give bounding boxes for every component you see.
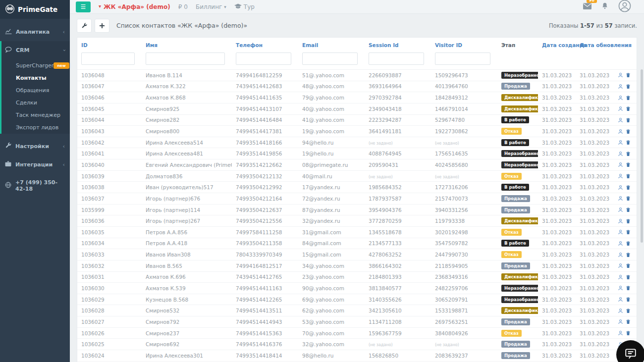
column-header-6[interactable]: Visitor ID [431,41,497,49]
person-icon[interactable] [618,207,623,212]
trash-icon[interactable] [626,173,631,179]
sidebar-item-settings[interactable]: Настройки ‹ [0,137,70,155]
table-row[interactable]: 1036045Смирнов9257499451441310740@.yahoo… [77,103,637,115]
filter-input-2[interactable] [146,52,225,65]
trash-icon[interactable] [626,241,631,246]
trash-icon[interactable] [626,140,631,145]
trash-icon[interactable] [626,285,631,291]
filter-input-4[interactable] [302,52,358,65]
bell-icon[interactable] [601,2,608,11]
sidebar-item-phone[interactable]: +7 (499) 350-42-18 [0,174,70,198]
sidebar-item-analytics[interactable]: Аналитика ‹ [0,23,70,41]
sidebar-item-integrations[interactable]: Интеграции ‹ [0,155,70,174]
filter-input-5[interactable] [369,52,424,65]
user-avatar[interactable] [618,0,631,14]
person-icon[interactable] [618,308,623,313]
column-header-8[interactable]: Дата создания [538,41,576,49]
table-row[interactable]: 1036046Ахматов К.8687499451441163579@.ya… [77,92,637,103]
sidebar-item-deals[interactable]: Сделки [1,97,70,109]
trash-icon[interactable] [626,72,631,78]
trash-icon[interactable] [626,297,631,302]
trash-icon[interactable] [626,274,631,280]
sidebar-item-lead-export[interactable]: Экспорт лидов [1,121,70,134]
table-row[interactable]: 1036039Долматов8367499350421213240@mail.… [77,171,637,182]
table-row[interactable]: 1036028Смирнов5327499451441351162@.yahoo… [77,305,637,316]
column-header-3[interactable]: Телефон [232,41,298,49]
person-icon[interactable] [618,319,623,324]
person-icon[interactable] [618,218,623,224]
vertical-scrollbar[interactable] [641,69,643,243]
person-icon[interactable] [618,129,623,134]
table-row[interactable]: 1036041Ирина Алексеева481749935144198561… [77,148,637,159]
person-icon[interactable] [618,330,623,336]
person-icon[interactable] [618,95,623,101]
person-icon[interactable] [618,274,623,280]
mail-button[interactable]: 98 [583,2,591,11]
sidebar-item-contacts[interactable]: Контакты [1,72,70,84]
filter-input-3[interactable] [236,52,291,65]
trash-icon[interactable] [626,84,631,89]
person-icon[interactable] [618,252,623,258]
table-row[interactable]: 1036042Ирина Алексеева514749935144181669… [77,137,637,149]
column-header-4[interactable]: Email [298,41,365,49]
table-row[interactable]: 1036043Смирнов8007499451441738119@.yahoo… [77,126,637,137]
trash-icon[interactable] [626,95,631,101]
column-header-2[interactable]: Имя [142,41,232,49]
table-row[interactable]: 1036035Петров А.А.8567499758411125831@gm… [77,227,637,238]
person-icon[interactable] [618,196,623,201]
trash-icon[interactable] [626,151,631,156]
sidebar-item-task-manager[interactable]: Таск менеджер [1,109,70,121]
table-row[interactable]: 1036025Смирнов6927499451441637632@.yahoo… [77,339,637,350]
person-icon[interactable] [618,84,623,89]
person-icon[interactable] [618,117,623,123]
trash-icon[interactable] [626,252,631,258]
add-contact-button[interactable] [95,19,109,33]
person-icon[interactable] [618,241,623,246]
trash-icon[interactable] [626,185,631,190]
table-row[interactable]: 1036038Иван (руководитель)51774993504212… [77,182,637,193]
person-icon[interactable] [618,229,623,235]
trash-icon[interactable] [626,263,631,268]
trash-icon[interactable] [626,330,631,336]
table-row[interactable]: 1036027Смирнов7927499451441494353@.yahoo… [77,316,637,328]
trash-icon[interactable] [626,207,631,212]
sidebar-item-requests[interactable]: Обращения [1,84,70,97]
project-selector[interactable]: ▾ ЖК «Арфа» (demo) [99,3,170,10]
primegate-logo[interactable]: PrimeGate [0,0,70,19]
billing-dropdown[interactable]: Биллинг ▾ [196,3,226,10]
table-row[interactable]: 1036031Ахматов К.6967439451441276523@.ya… [77,272,637,283]
trash-icon[interactable] [626,218,631,224]
trash-icon[interactable] [626,196,631,201]
table-row[interactable]: 1036037Игорь (партнер)676749935042121647… [77,193,637,205]
trash-icon[interactable] [626,229,631,235]
column-header-5[interactable]: Session Id [365,41,431,49]
list-settings-button[interactable] [77,19,92,33]
table-row[interactable]: 1036026Смирнов2377499451441536370@.yahoo… [77,328,637,339]
trash-icon[interactable] [626,117,631,123]
table-row[interactable]: 1036034Петров А.А.4187499350421135884@gm… [77,238,637,250]
person-icon[interactable] [618,151,623,156]
table-row[interactable]: 1036030Ахматов К.5397499451441116390@.ya… [77,283,637,294]
hamburger-menu-button[interactable]: ☰ [76,1,91,12]
person-icon[interactable] [618,106,623,111]
filter-input-1[interactable] [81,52,135,65]
sidebar-item-crm[interactable]: CRM ‹ [1,41,70,59]
sidebar-item-supercharger[interactable]: SuperCharger new [1,59,70,72]
table-row[interactable]: 1036044Смирнов2827499451441648441@.yahoo… [77,115,637,126]
person-icon[interactable] [618,285,623,291]
trash-icon[interactable] [626,308,631,313]
person-icon[interactable] [618,140,623,145]
table-row[interactable]: 1036048Иванов В.1147499416481225951@.yah… [77,70,637,81]
table-row[interactable]: 1036033Иванов Иван3087804333997034915@gm… [77,249,637,260]
trash-icon[interactable] [626,106,631,111]
balance[interactable]: ₽ 0 [178,3,188,10]
table-row[interactable]: 1035999Игорь (партнер)114749935042126378… [77,205,637,216]
column-header-1[interactable]: ID [77,41,142,49]
trash-icon[interactable] [626,162,631,167]
person-icon[interactable] [618,72,623,78]
person-icon[interactable] [618,173,623,179]
person-icon[interactable] [618,162,623,167]
table-row[interactable]: 1036032Иванов В.5657499416481251734@.yah… [77,260,637,272]
tour-button[interactable]: Тур [234,3,255,10]
trash-icon[interactable] [626,319,631,324]
